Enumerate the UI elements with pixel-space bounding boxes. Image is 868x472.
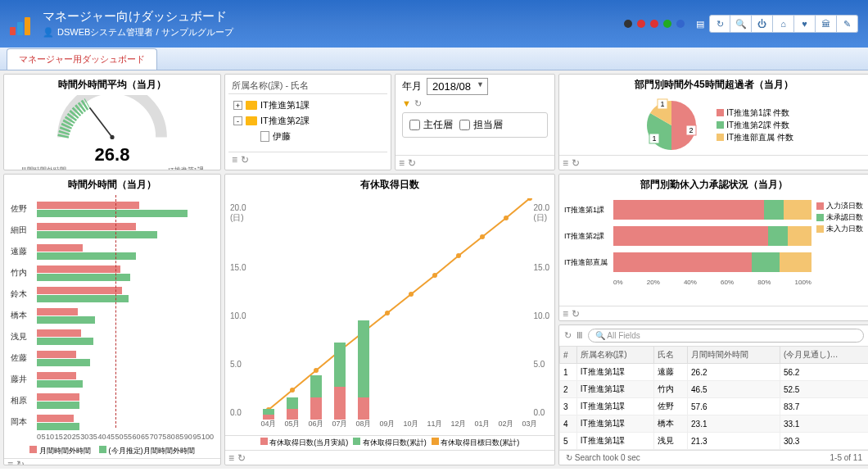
tab-dashboard[interactable]: マネージャー用ダッシュボード [7, 48, 157, 70]
line-chart: 20.0 (日)15.010.05.00.0 20.0 (日)15.010.05… [225, 195, 554, 435]
checkbox-a-label: 主任層 [423, 118, 453, 132]
table-row[interactable]: 4IT推進第1課橋本23.133.1 [560, 415, 869, 433]
gauge-chart [38, 95, 186, 144]
svg-line-1 [90, 107, 112, 137]
apps-icon[interactable]: ▤ [696, 19, 704, 30]
panel-pie: 部門別時間外45時間超過者（当月） 2 1 1 IT推進第1課 件数IT推進第2… [558, 74, 868, 170]
tree-item[interactable]: + IT推進第1課 [230, 98, 386, 113]
hbar-legend-a: 月間時間外時間 [29, 446, 91, 456]
svg-point-17 [480, 234, 485, 239]
panel-line: 有休取得日数 20.0 (日)15.010.05.00.0 20.0 (日)15… [224, 174, 555, 465]
menu-icon[interactable]: ≡ [7, 459, 13, 465]
gauge-title: 時間外時間平均（当月） [4, 75, 220, 95]
hbar-chart: 佐野細田遠藤竹内鈴木橋本浅見佐藤藤井相原岡本051015202530354045… [4, 195, 220, 444]
refresh-icon[interactable]: ↻ [241, 154, 249, 166]
svg-text:08月: 08月 [355, 420, 371, 428]
table-status: Search took 0 sec [575, 453, 640, 462]
checkbox-supervisor[interactable]: 主任層 [409, 118, 453, 132]
search-input[interactable]: 🔍 All Fields [588, 329, 864, 343]
svg-text:1: 1 [661, 100, 665, 108]
refresh-icon[interactable]: ↻ [16, 459, 25, 465]
refresh-icon[interactable]: ↻ [408, 157, 416, 169]
checkbox-staff[interactable]: 担当層 [459, 118, 503, 132]
user-icon: 👤 [43, 27, 54, 38]
header-button[interactable]: 🏛 [816, 15, 837, 33]
refresh-icon[interactable]: ↻ [572, 308, 580, 320]
checkbox-b-label: 担当層 [473, 118, 503, 132]
panel-tree: 所属名称(課) - 氏名 + IT推進第1課- IT推進第2課 伊藤 ≡ ↻ [224, 74, 391, 170]
tree-item[interactable]: - IT推進第2課 [230, 113, 386, 129]
header-button[interactable]: ✎ [837, 15, 858, 33]
funnel-icon[interactable]: ▼ [402, 98, 411, 109]
month-select[interactable]: 2018/08 [427, 78, 488, 95]
header-button[interactable]: ⏻ [752, 15, 773, 33]
panel-gauge: 時間外時間平均（当月） 26.8 月間時間外時間 IT推進第1課 ≡ ↻ [3, 74, 221, 170]
tree-item[interactable]: 伊藤 [230, 129, 386, 144]
svg-point-9 [290, 388, 295, 393]
menu-icon[interactable]: ≡ [228, 452, 234, 464]
table-row[interactable]: 5IT推進第1課浅見21.330.3 [560, 433, 869, 450]
refresh-icon[interactable]: ↻ [572, 157, 580, 169]
refresh-icon[interactable]: ↻ [564, 330, 572, 341]
gauge-value: 26.8 [95, 144, 130, 166]
svg-text:05月: 05月 [284, 420, 300, 428]
stacked-title: 部門別勤休入力承認状況（当月） [559, 175, 868, 195]
table-row[interactable]: 2IT推進第1課竹内46.552.5 [560, 381, 869, 398]
svg-text:12月: 12月 [450, 420, 466, 428]
svg-point-14 [409, 292, 414, 297]
menu-icon[interactable]: ≡ [563, 308, 568, 320]
refresh-icon[interactable]: ↻ [237, 452, 246, 464]
tab-bar: マネージャー用ダッシュボード [0, 48, 868, 70]
app-user: 👤 DSWEBシステム管理者 / サンプルグループ [43, 26, 233, 39]
stacked-legend: 入力済日数未承認日数未入力日数 [816, 200, 864, 301]
svg-text:03月: 03月 [522, 420, 537, 428]
filter-label: 年月 [402, 79, 422, 93]
table-row[interactable]: 1IT推進第1課遠藤26.256.2 [560, 364, 869, 381]
columns-icon[interactable]: Ⅲ [576, 330, 583, 341]
header-button[interactable]: ⌂ [773, 15, 794, 33]
svg-text:10月: 10月 [403, 420, 418, 428]
app-header: マネージャー向けダッシュボード 👤 DSWEBシステム管理者 / サンプルグルー… [0, 0, 868, 48]
gauge-left-label: 月間時間外時間 [20, 166, 66, 170]
menu-icon[interactable]: ≡ [399, 157, 405, 169]
header-button[interactable]: ♥ [794, 15, 816, 33]
panel-filter: 年月 2018/08 ▼ ↻ 主任層 担当層 ≡ ↻ [395, 74, 555, 170]
svg-text:01月: 01月 [474, 420, 490, 428]
svg-text:06月: 06月 [308, 420, 323, 428]
svg-text:11月: 11月 [427, 420, 442, 428]
table-header[interactable]: # [560, 347, 577, 364]
svg-rect-25 [310, 397, 322, 420]
line-legend: 有休取得日数(当月実績) 有休取得日数(累計) 有休取得目標日数(累計) [225, 435, 554, 450]
svg-text:04月: 04月 [260, 420, 276, 428]
panel-stacked: 部門別勤休入力承認状況（当月） IT推進第1課IT推進第2課IT推進部直属0%2… [558, 174, 868, 321]
pie-legend: IT推進第1課 件数IT推進第2課 件数IT推進部直属 件数 [717, 107, 793, 144]
svg-point-15 [432, 273, 437, 278]
stacked-chart: IT推進第1課IT推進第2課IT推進部直属0%20%40%60%80%100% [564, 200, 811, 301]
table-header[interactable]: 氏名 [653, 347, 687, 364]
gauge-right-label: IT推進第1課 [168, 166, 204, 170]
svg-rect-23 [287, 409, 298, 420]
table-header[interactable]: (今月見通し)… [780, 347, 868, 364]
table-header[interactable]: 月間時間外時間 [688, 347, 780, 364]
app-title: マネージャー向けダッシュボード [43, 9, 233, 25]
header-button[interactable]: ↻ [709, 15, 730, 33]
line-title: 有休取得日数 [225, 175, 554, 195]
svg-point-10 [314, 368, 319, 373]
table-header[interactable]: 所属名称(課) [576, 347, 653, 364]
tree-header: 所属名称(課) - 氏名 [228, 78, 387, 94]
refresh-icon[interactable]: ↻ [414, 98, 422, 109]
header-button[interactable]: 🔍 [730, 15, 752, 33]
svg-text:02月: 02月 [498, 420, 513, 428]
menu-icon[interactable]: ≡ [563, 157, 568, 169]
tree-body[interactable]: + IT推進第1課- IT推進第2課 伊藤 [228, 94, 387, 152]
table-row[interactable]: 3IT推進第1課佐野57.683.7 [560, 398, 869, 415]
status-dots [624, 20, 685, 28]
svg-text:07月: 07月 [332, 420, 347, 428]
svg-text:09月: 09月 [379, 420, 395, 428]
hbar-title: 時間外時間（当月） [4, 175, 220, 195]
panel-hbar: 時間外時間（当月） 佐野細田遠藤竹内鈴木橋本浅見佐藤藤井相原岡本05101520… [3, 174, 221, 465]
pie-title: 部門別時間外45時間超過者（当月） [559, 75, 868, 95]
table-page: 1-5 of 11 [830, 453, 862, 462]
menu-icon[interactable]: ≡ [232, 154, 237, 166]
svg-rect-29 [358, 397, 369, 420]
